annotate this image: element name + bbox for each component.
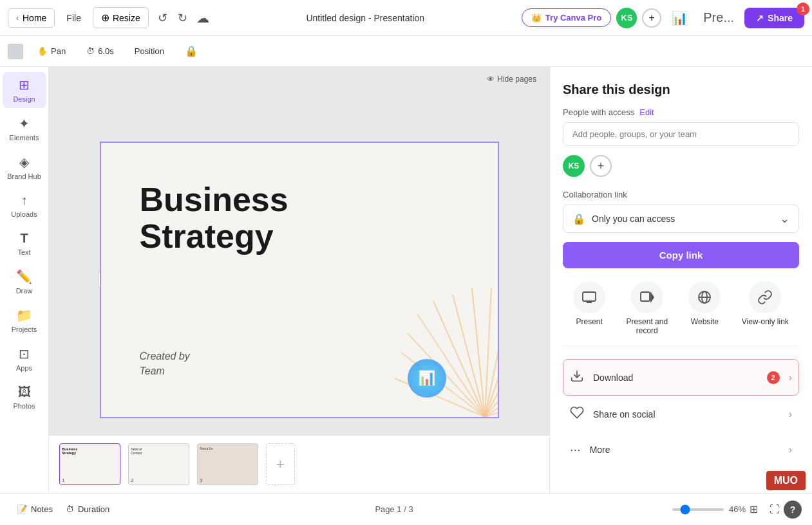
sidebar-item-label: Apps	[16, 364, 32, 372]
thumbnails-bar: BusinessStrategy 1 Table ofContent 2 Abo…	[49, 435, 549, 493]
people-input[interactable]	[563, 122, 799, 146]
topbar-right: 👑 Try Canva Pro KS + 📊 Pre... ↗ Share 1	[522, 8, 804, 28]
share-actions-row: Present Present andrecord Website View-o…	[563, 281, 799, 346]
notes-icon: 📝	[17, 504, 27, 514]
sidebar-item-apps[interactable]: ⊡ Apps	[3, 341, 46, 377]
sidebar: ⊞ Design ✦ Elements ◈ Brand Hub ↑ Upload…	[0, 67, 49, 493]
page-info: Page 1 / 3	[116, 504, 672, 514]
present-button[interactable]: Pre...	[698, 8, 739, 28]
sidebar-item-elements[interactable]: ✦ Elements	[3, 111, 46, 147]
chevron-down-icon: ⌄	[780, 212, 789, 226]
sidebar-item-design[interactable]: ⊞ Design	[3, 72, 46, 108]
sidebar-item-uploads[interactable]: ↑ Uploads	[3, 188, 46, 223]
share-panel: Share this design People with access Edi…	[549, 67, 812, 493]
projects-icon: 📁	[16, 308, 32, 323]
share-social-menu-item[interactable]: Share on social ›	[563, 396, 799, 432]
design-icon: ⊞	[19, 77, 30, 93]
position-button[interactable]: Position	[128, 43, 171, 59]
slide-canvas[interactable]: Business Strategy Created byTeam	[100, 142, 499, 418]
main-layout: ⊞ Design ✦ Elements ◈ Brand Hub ↑ Upload…	[0, 67, 812, 493]
sidebar-item-photos[interactable]: 🖼 Photos	[3, 380, 46, 415]
avatars-row: KS +	[563, 155, 799, 177]
add-person-button[interactable]: +	[590, 155, 612, 177]
add-collaborator-button[interactable]: +	[642, 8, 661, 28]
download-badge: 2	[767, 371, 780, 384]
topbar-left: ‹ Home File ⊕ Resize ↺ ↻ ☁	[8, 7, 209, 28]
download-label: Download	[593, 373, 758, 383]
help-button[interactable]: ?	[784, 501, 802, 519]
canvas-area[interactable]: ‹ Business Strategy Created byTeam	[49, 67, 549, 493]
share-social-icon	[570, 405, 584, 423]
present-record-label: Present andrecord	[626, 317, 668, 335]
more-label: More	[590, 445, 780, 455]
redo-button[interactable]: ↻	[174, 8, 191, 28]
share-button[interactable]: ↗ Share 1	[744, 8, 804, 28]
analytics-button[interactable]: 📊	[666, 8, 693, 28]
fullscreen-button[interactable]: ⛶	[766, 501, 784, 518]
website-label: Website	[691, 317, 719, 326]
share-label: Share	[768, 13, 793, 23]
home-button[interactable]: ‹ Home	[8, 8, 55, 28]
cloud-save-button[interactable]: ☁	[196, 10, 209, 26]
sidebar-item-label: Elements	[10, 134, 39, 142]
hide-pages-button[interactable]: 👁 Hide pages	[487, 75, 536, 84]
undo-button[interactable]: ↺	[154, 8, 171, 28]
download-menu-item[interactable]: Download 2 ›	[563, 359, 799, 396]
pan-tool-button[interactable]: ✋ Pan	[31, 43, 72, 59]
copy-link-label: Copy link	[659, 250, 703, 261]
more-menu-item[interactable]: ··· More ›	[563, 432, 799, 466]
file-button[interactable]: File	[60, 9, 88, 27]
photos-icon: 🖼	[18, 385, 31, 400]
share-badge: 1	[797, 3, 809, 15]
thumb-1-num: 1	[62, 477, 64, 483]
add-slide-button[interactable]: +	[266, 443, 295, 485]
website-icon	[688, 281, 721, 313]
text-icon: T	[20, 231, 28, 246]
download-icon	[570, 369, 584, 386]
notes-button[interactable]: 📝 Notes	[10, 501, 59, 518]
svg-line-3	[485, 288, 491, 417]
view-only-link-action[interactable]: View-only link	[742, 281, 789, 335]
copy-link-button[interactable]: Copy link	[563, 242, 799, 268]
resize-icon: ⊕	[101, 12, 109, 24]
sidebar-item-text[interactable]: T Text	[3, 226, 46, 261]
view-buttons: ⊞ ⛶	[746, 501, 784, 518]
sidebar-item-brand-hub[interactable]: ◈ Brand Hub	[3, 149, 46, 185]
user-avatar[interactable]: KS	[563, 155, 585, 177]
website-action[interactable]: Website	[688, 281, 721, 335]
svg-marker-16	[651, 293, 654, 301]
avatar[interactable]: KS	[616, 8, 637, 28]
edit-link[interactable]: Edit	[639, 107, 654, 117]
resize-button[interactable]: ⊕ Resize	[93, 7, 149, 28]
lock-button[interactable]: 🔒	[178, 42, 204, 60]
sidebar-item-label: Text	[17, 248, 30, 256]
sidebar-item-projects[interactable]: 📁 Projects	[3, 302, 46, 338]
duration-button-bottom[interactable]: ⏱ Duration	[59, 501, 116, 518]
present-action[interactable]: Present	[573, 281, 605, 335]
duration-icon: ⏱	[66, 504, 74, 514]
clock-icon: ⏱	[86, 46, 95, 56]
thumbnail-3[interactable]: About Us 3	[197, 443, 258, 485]
grid-view-button[interactable]: ⊞	[746, 501, 762, 518]
sidebar-item-label: Photos	[13, 402, 35, 410]
access-text: Only you can access	[592, 214, 675, 224]
thumbnail-2[interactable]: Table ofContent 2	[128, 443, 189, 485]
present-record-action[interactable]: Present andrecord	[626, 281, 668, 335]
zoom-slider[interactable]	[672, 508, 724, 511]
color-swatch[interactable]	[8, 44, 23, 59]
sidebar-item-label: Design	[13, 95, 35, 103]
try-canva-button[interactable]: 👑 Try Canva Pro	[522, 8, 611, 27]
access-dropdown[interactable]: 🔒 Only you can access ⌄	[563, 205, 799, 233]
more-icon: ···	[570, 442, 581, 457]
share-icon: ↗	[756, 13, 764, 23]
elements-icon: ✦	[19, 116, 30, 131]
view-only-link-label: View-only link	[742, 317, 789, 326]
share-social-arrow-icon: ›	[789, 409, 792, 420]
thumbnail-1[interactable]: BusinessStrategy 1	[59, 443, 120, 485]
undo-redo-group: ↺ ↻	[154, 8, 191, 28]
zoom-level: 46%	[729, 504, 746, 514]
duration-label: Duration	[78, 504, 109, 514]
thumb-2-text: Table ofContent	[131, 447, 142, 455]
duration-button[interactable]: ⏱ 6.0s	[80, 43, 120, 59]
sidebar-item-draw[interactable]: ✏️ Draw	[3, 264, 46, 300]
